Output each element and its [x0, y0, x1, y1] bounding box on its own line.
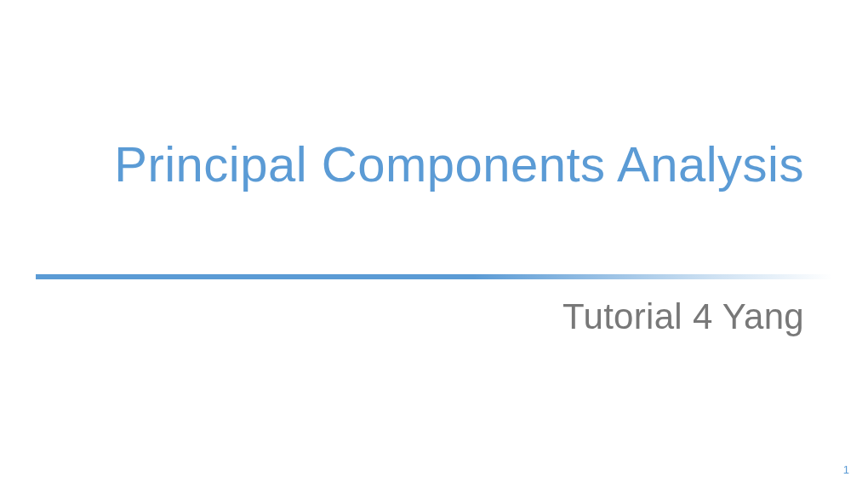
title-block: Principal Components Analysis: [114, 136, 804, 193]
divider-line: [36, 274, 832, 279]
slide: Principal Components Analysis Tutorial 4…: [0, 0, 868, 488]
slide-title: Principal Components Analysis: [114, 136, 804, 193]
slide-subtitle: Tutorial 4 Yang: [562, 296, 804, 337]
page-number: 1: [843, 463, 849, 476]
subtitle-block: Tutorial 4 Yang: [562, 296, 804, 337]
